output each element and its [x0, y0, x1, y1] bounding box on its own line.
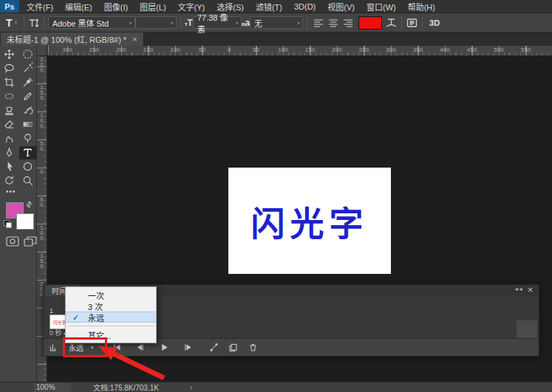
menu-item[interactable]: 文件(F) — [21, 0, 59, 13]
horizontal-ruler: 3002502001501005005010015020025030035040… — [47, 46, 552, 56]
menu-item-label: 一次 — [88, 289, 104, 301]
ellipse-icon — [22, 161, 33, 172]
spot-healing-brush-tool[interactable] — [1, 90, 18, 103]
default-colors-icon[interactable] — [4, 220, 12, 228]
next-frame-icon — [183, 343, 193, 352]
rotate-view-tool[interactable] — [1, 174, 18, 188]
ruler-number: 350 — [404, 46, 432, 54]
type-tool[interactable] — [19, 146, 37, 159]
crop-icon — [4, 77, 15, 88]
warp-text-button[interactable] — [385, 17, 398, 29]
ruler-number: 500 — [485, 46, 513, 54]
anti-alias-select[interactable]: 无 ˅ — [250, 16, 303, 29]
divider — [44, 16, 44, 30]
duplicate-frame-button[interactable] — [226, 341, 239, 354]
font-style-select[interactable]: ˅ — [135, 16, 177, 29]
menu-item[interactable]: 3D(D) — [288, 0, 321, 13]
ruler-numbers: 3002502001501005005010015020025030035040… — [47, 46, 552, 54]
text-color-swatch[interactable] — [358, 16, 382, 30]
edit-toolbar-ellipsis-icon[interactable]: ••• — [6, 188, 16, 196]
first-frame-icon — [112, 343, 122, 352]
play-icon — [160, 343, 169, 352]
document-canvas[interactable]: 闪光字 — [228, 168, 391, 274]
tween-button[interactable] — [207, 341, 220, 354]
menu-item[interactable]: 帮助(H) — [402, 0, 441, 13]
align-center-button[interactable] — [326, 16, 341, 30]
chevron-down-icon: ˅ — [15, 20, 18, 25]
previous-frame-icon — [135, 343, 145, 352]
menu-item[interactable]: 视图(V) — [321, 0, 361, 13]
document-size-info: 文档:175.8K/703.1K — [93, 382, 159, 392]
spot-healing-icon — [4, 91, 15, 102]
anti-alias-icon: aa — [242, 18, 250, 28]
background-color-swatch[interactable] — [16, 213, 34, 230]
panel-scrollbar[interactable] — [517, 320, 537, 338]
quick-mask-button[interactable] — [6, 236, 19, 250]
duplicate-frame-icon — [228, 343, 238, 352]
eyedropper-tool[interactable] — [19, 76, 37, 89]
play-button[interactable] — [157, 341, 171, 354]
elliptical-marquee-icon — [22, 49, 33, 60]
screen-mode-button[interactable] — [24, 236, 37, 250]
menu-item[interactable]: 编辑(E) — [59, 0, 98, 13]
eraser-tool[interactable] — [1, 118, 18, 131]
pencil-tool[interactable] — [19, 90, 37, 103]
type-icon — [22, 147, 33, 158]
lasso-icon — [4, 63, 15, 74]
frame-delay-value: 0 秒 — [50, 329, 62, 337]
history-brush-icon — [22, 105, 33, 116]
swap-colors-icon[interactable]: ⇄ — [24, 199, 34, 210]
divider — [180, 16, 181, 30]
ruler-number: 50 — [242, 46, 270, 54]
zoom-tool[interactable] — [19, 174, 37, 188]
type-tool-icon: T — [6, 17, 13, 29]
divider — [422, 16, 423, 30]
document-title: 未标题-1 @ 100% (红, RGB/8#) * — [7, 33, 126, 45]
menu-item-once[interactable]: 一次 — [66, 289, 156, 300]
convert-to-video-timeline-button[interactable] — [47, 341, 60, 354]
font-size-select[interactable]: 77.38 像素 ˅ — [193, 16, 242, 29]
path-selection-tool[interactable] — [1, 160, 18, 173]
move-tool[interactable] — [1, 48, 18, 61]
elliptical-marquee-tool[interactable] — [19, 48, 37, 61]
dodge-tool[interactable] — [19, 132, 37, 145]
history-brush-tool[interactable] — [19, 104, 37, 117]
panels-icon — [406, 17, 418, 29]
next-frame-button[interactable] — [181, 341, 194, 354]
menu-item-3-times[interactable]: 3 次 — [66, 300, 156, 312]
ruler-number: 250 — [81, 46, 108, 54]
smudge-tool[interactable] — [1, 132, 18, 145]
toggle-panels-button[interactable] — [406, 17, 418, 29]
status-options-chevron-icon[interactable]: › — [190, 383, 192, 391]
ellipse-shape-tool[interactable] — [19, 160, 37, 173]
tool-options-bar: T ˅ Adobe 黑体 Std ˅ ˅ тT 77.38 像素 ˅ aa 无 … — [0, 13, 552, 32]
delete-frame-button[interactable] — [246, 341, 259, 354]
clone-stamp-tool[interactable] — [1, 104, 18, 117]
text-orientation-toggle-button[interactable] — [28, 17, 40, 29]
menu-item[interactable]: 图层(L) — [134, 0, 171, 13]
divider — [24, 16, 24, 30]
3d-mode-button[interactable]: 3D — [429, 18, 440, 27]
tool-preset-picker[interactable]: T ˅ — [4, 17, 20, 29]
zoom-level-field[interactable]: 100% — [34, 383, 71, 392]
gradient-tool[interactable] — [19, 118, 37, 131]
collapse-panel-icon[interactable]: ◄◄ — [514, 286, 522, 292]
align-right-button[interactable] — [341, 16, 355, 30]
pen-tool[interactable] — [1, 146, 18, 159]
crop-tool[interactable] — [1, 76, 18, 89]
menu-item-forever[interactable]: ✓ 永远 — [66, 312, 156, 323]
lasso-tool[interactable] — [1, 62, 18, 75]
menu-item[interactable]: 窗口(W) — [361, 0, 402, 13]
chevron-down-icon: ˅ — [171, 21, 174, 26]
tab-close-icon[interactable]: × — [132, 35, 137, 44]
font-family-select[interactable]: Adobe 黑体 Std ˅ — [48, 16, 135, 29]
menu-item[interactable]: 图像(I) — [98, 0, 134, 13]
ruler-number: 450 — [458, 46, 485, 54]
close-panel-icon[interactable]: ✕ — [528, 286, 534, 294]
dodge-icon — [22, 133, 33, 144]
menu-bar: Ps 文件(F)编辑(E)图像(I)图层(L)文字(Y)选择(S)滤镜(T)3D… — [0, 0, 552, 13]
align-left-button[interactable] — [311, 16, 326, 30]
quick-selection-tool[interactable] — [19, 62, 37, 75]
menu-item[interactable]: 滤镜(T) — [250, 0, 288, 13]
document-tab[interactable]: 未标题-1 @ 100% (红, RGB/8#) * × — [1, 32, 144, 46]
